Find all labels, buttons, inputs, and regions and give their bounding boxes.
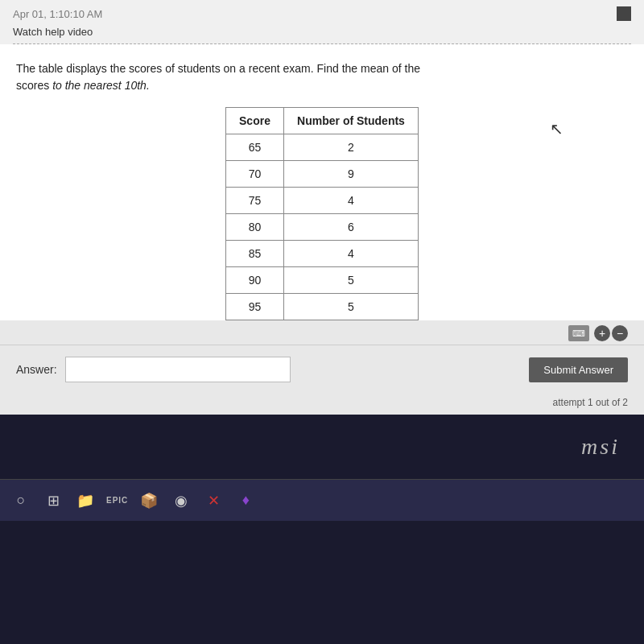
question-area: The table displays the scores of student… <box>0 44 644 320</box>
taskbar-epic-label[interactable]: EPIC <box>106 496 128 505</box>
taskbar: ○ ⊞ 📁 EPIC 📦 ◉ ✕ ♦ <box>0 479 644 521</box>
col-header-score: Score <box>226 108 284 134</box>
table-row: 854 <box>226 241 419 267</box>
zoom-controls: + − <box>594 325 628 341</box>
table-wrapper: Score Number of Students 652709754806854… <box>16 107 628 320</box>
bottom-dark: msi <box>0 415 644 479</box>
main-card: The table displays the scores of student… <box>0 44 644 415</box>
taskbar-box-icon[interactable]: 📦 <box>138 489 160 512</box>
attempt-text: attempt 1 out of 2 <box>0 394 644 415</box>
table-row: 955 <box>226 294 419 320</box>
header-title: Apr 01, 1:10:10 AM <box>13 8 102 20</box>
taskbar-diamond-icon[interactable]: ♦ <box>234 489 257 512</box>
students-cell: 2 <box>284 134 419 161</box>
score-cell: 75 <box>226 188 284 214</box>
question-text-part2: scores <box>16 79 52 92</box>
table-row: 754 <box>226 188 419 214</box>
taskbar-folder-icon[interactable]: 📁 <box>74 489 97 512</box>
table-row: 652 <box>226 134 419 161</box>
question-text: The table displays the scores of student… <box>16 60 628 94</box>
watch-help-section: Watch help video <box>0 21 644 43</box>
answer-label: Answer: <box>16 363 57 376</box>
zoom-out-button[interactable]: − <box>612 325 628 341</box>
students-cell: 4 <box>284 241 419 267</box>
page-wrapper: Apr 01, 1:10:10 AM Watch help video The … <box>0 0 644 415</box>
score-cell: 80 <box>226 214 284 241</box>
score-cell: 95 <box>226 294 284 320</box>
students-cell: 6 <box>284 214 419 241</box>
col-header-students: Number of Students <box>284 108 419 134</box>
header-strip: Apr 01, 1:10:10 AM <box>0 0 644 21</box>
submit-button[interactable]: Submit Answer <box>529 357 628 382</box>
taskbar-grid-icon[interactable]: ⊞ <box>42 489 64 512</box>
students-cell: 5 <box>284 294 419 320</box>
students-cell: 9 <box>284 161 419 188</box>
answer-input[interactable] <box>65 357 291 382</box>
score-cell: 90 <box>226 267 284 294</box>
students-cell: 5 <box>284 267 419 294</box>
table-row: 709 <box>226 161 419 188</box>
answer-left: Answer: <box>16 357 291 382</box>
close-icon[interactable] <box>617 6 631 21</box>
question-text-part1: The table displays the scores of student… <box>16 62 420 75</box>
taskbar-start-button[interactable]: ○ <box>10 489 32 512</box>
score-cell: 65 <box>226 134 284 161</box>
score-cell: 70 <box>226 161 284 188</box>
watch-help-link[interactable]: Watch help video <box>13 26 93 38</box>
taskbar-icon-red[interactable]: ✕ <box>202 489 225 512</box>
scores-table: Score Number of Students 652709754806854… <box>225 107 419 320</box>
screen: Apr 01, 1:10:10 AM Watch help video The … <box>0 0 644 644</box>
table-row: 806 <box>226 214 419 241</box>
msi-brand: msi <box>581 434 620 460</box>
students-cell: 4 <box>284 188 419 214</box>
keyboard-icon[interactable]: ⌨ <box>568 325 589 341</box>
tools-row: ⌨ + − <box>0 320 644 345</box>
score-cell: 85 <box>226 241 284 267</box>
taskbar-browser-icon[interactable]: ◉ <box>170 489 192 512</box>
answer-section: Answer: Submit Answer <box>0 345 644 394</box>
zoom-in-button[interactable]: + <box>594 325 610 341</box>
table-row: 905 <box>226 267 419 294</box>
question-text-italic: to the nearest 10th. <box>52 79 150 92</box>
